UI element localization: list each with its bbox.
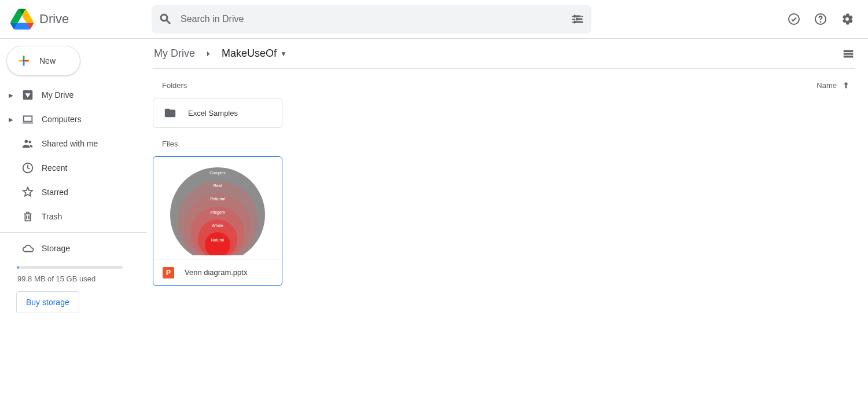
- files-label: Files: [162, 140, 178, 148]
- breadcrumb-current-label: MakeUseOf: [222, 47, 277, 60]
- buy-storage-button[interactable]: Buy storage: [16, 291, 79, 313]
- plus-icon: [16, 53, 31, 68]
- sidebar-item-starred[interactable]: Starred: [0, 180, 147, 204]
- help-icon[interactable]: [814, 12, 827, 26]
- divider: [0, 232, 147, 233]
- folders-grid: Excel Samples: [153, 98, 855, 128]
- app-name-label: Drive: [39, 12, 69, 27]
- sidebar-item-label: Shared with me: [42, 139, 98, 148]
- svg-rect-3: [23, 60, 25, 62]
- file-name: Venn diagram.pptx: [185, 268, 247, 277]
- ring-label: Complex: [209, 171, 226, 175]
- new-button[interactable]: New: [6, 46, 80, 76]
- breadcrumb-root[interactable]: My Drive: [153, 45, 196, 62]
- main-area: My Drive MakeUseOf ▼ Folders Name: [147, 39, 868, 396]
- svg-point-5: [28, 141, 31, 144]
- caret-right-icon[interactable]: ▶: [8, 92, 14, 98]
- sort-by-name[interactable]: Name: [816, 80, 851, 90]
- app-header: Drive: [0, 0, 868, 39]
- ring-label: Whole: [212, 223, 223, 228]
- file-thumbnail: Complex Real Rational Integers Whole Nat…: [153, 157, 282, 259]
- star-icon: [21, 185, 35, 199]
- sidebar-item-storage[interactable]: Storage: [0, 236, 147, 261]
- nav-list: ▶ My Drive ▶ Computers Shared with me Re…: [0, 83, 147, 229]
- clock-icon: [21, 161, 35, 175]
- sidebar-item-my-drive[interactable]: ▶ My Drive: [0, 83, 147, 107]
- ring-label: Integers: [210, 210, 225, 215]
- arrow-up-icon: [841, 80, 851, 90]
- cloud-icon: [21, 241, 35, 255]
- file-card[interactable]: Complex Real Rational Integers Whole Nat…: [153, 156, 282, 286]
- folder-icon: [164, 107, 176, 119]
- people-icon: [21, 137, 35, 151]
- nav-storage: Storage: [0, 236, 147, 261]
- files-grid: Complex Real Rational Integers Whole Nat…: [153, 156, 855, 286]
- sidebar-item-computers[interactable]: ▶ Computers: [0, 107, 147, 131]
- chevron-right-icon: [203, 49, 214, 59]
- sidebar-item-label: Starred: [42, 188, 68, 197]
- offline-ready-icon[interactable]: [787, 12, 801, 26]
- caret-down-icon[interactable]: ▼: [280, 50, 287, 58]
- folder-name: Excel Samples: [188, 109, 238, 118]
- storage-usage-bar: [17, 266, 123, 269]
- drive-folder-icon: [21, 88, 35, 102]
- ring-label: Real: [214, 184, 222, 188]
- laptop-icon: [21, 112, 35, 126]
- sidebar-item-shared[interactable]: Shared with me: [0, 131, 147, 156]
- logo-block[interactable]: Drive: [10, 8, 152, 31]
- svg-point-2: [820, 21, 821, 23]
- folder-card[interactable]: Excel Samples: [153, 98, 282, 128]
- files-section-header: Files: [153, 140, 855, 148]
- trash-icon: [21, 210, 35, 223]
- sidebar: New ▶ My Drive ▶ Computers Shared with m…: [0, 39, 147, 396]
- sidebar-item-recent[interactable]: Recent: [0, 156, 147, 180]
- search-options-icon[interactable]: [571, 12, 584, 26]
- sidebar-item-label: Computers: [42, 115, 81, 124]
- sidebar-item-label: My Drive: [42, 90, 73, 100]
- breadcrumb: My Drive MakeUseOf ▼: [153, 39, 855, 69]
- sidebar-item-label: Trash: [42, 212, 62, 221]
- new-button-label: New: [39, 56, 56, 65]
- search-bar[interactable]: [152, 5, 591, 34]
- search-input[interactable]: [172, 14, 571, 24]
- powerpoint-icon: P: [163, 267, 174, 278]
- header-actions: [787, 12, 859, 26]
- breadcrumb-current[interactable]: MakeUseOf ▼: [220, 45, 288, 62]
- sidebar-item-label: Storage: [42, 244, 70, 253]
- settings-gear-icon[interactable]: [840, 12, 854, 26]
- sidebar-item-trash[interactable]: Trash: [0, 204, 147, 229]
- ring-label: Natural: [211, 238, 225, 242]
- svg-point-4: [25, 140, 28, 144]
- search-icon[interactable]: [159, 12, 172, 26]
- storage-usage-text: 99.8 MB of 15 GB used: [17, 274, 147, 283]
- ring-label: Rational: [210, 197, 225, 201]
- drive-logo-icon: [10, 8, 34, 31]
- folders-section-header: Folders Name: [153, 80, 855, 90]
- svg-point-0: [789, 14, 799, 24]
- list-view-toggle-icon[interactable]: [841, 47, 855, 61]
- sort-column-label: Name: [816, 81, 837, 90]
- sidebar-item-label: Recent: [42, 163, 67, 173]
- caret-right-icon[interactable]: ▶: [8, 116, 14, 123]
- file-footer: P Venn diagram.pptx: [153, 259, 282, 285]
- folders-label: Folders: [162, 81, 187, 90]
